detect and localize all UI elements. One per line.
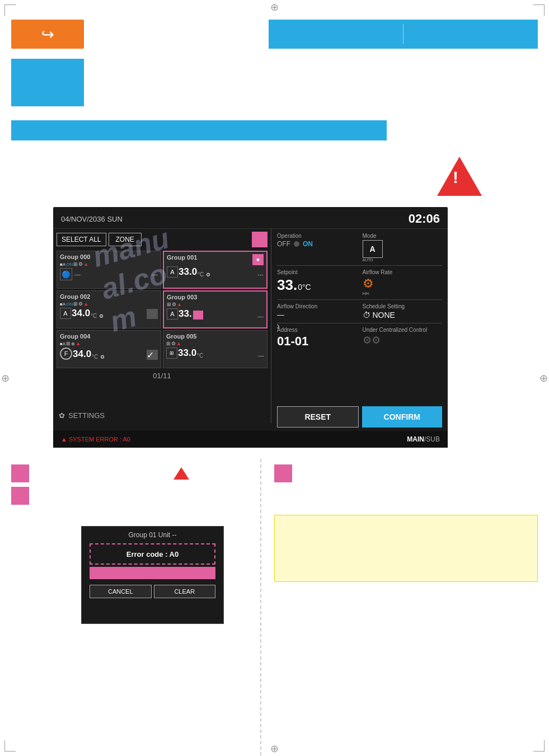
group-002-temp: 34.0 xyxy=(72,308,90,319)
group-003-extra: — xyxy=(257,313,264,320)
airflow-direction-section: Airflow Direction — xyxy=(277,303,357,320)
group-cell-005[interactable]: Group 005 ⊞ ⚙ ▲ ⊞ 33.0 °C — xyxy=(163,330,268,368)
corner-mark-tl xyxy=(4,4,16,16)
crosshair-left: ⊕ xyxy=(1,372,10,384)
mode-value-box[interactable]: A AUTO xyxy=(363,240,443,262)
settings-icon: ✿ xyxy=(59,411,65,420)
group-004-name: Group 004 xyxy=(60,333,158,340)
group-000-temp: — xyxy=(74,271,81,278)
crosshair-bottom: ⊕ xyxy=(270,743,279,755)
group-cell-000[interactable]: Group 000 ■A ON ⊞ ⚙ ▲ 🔵 — — xyxy=(57,251,161,289)
title-bar xyxy=(11,120,387,140)
group-001-temp: 33.0 xyxy=(179,266,197,278)
schedule-value-row: ⏱ NONE xyxy=(363,311,443,320)
group-cell-004[interactable]: Group 004 ■A ⊞ ◆ ▲ F 34.0 °C ⚙ ✓ xyxy=(57,330,161,368)
group-005-status-row: ⊞ ⚙ ▲ xyxy=(166,341,264,346)
airflow-rate-sub: HH xyxy=(363,291,443,296)
group-005-extra: — xyxy=(258,352,264,359)
address-label: Address xyxy=(277,327,357,333)
bottom-pink-square-2 xyxy=(11,487,29,505)
group-001-name: Group 001 xyxy=(167,254,197,261)
select-all-button[interactable]: SELECT ALL xyxy=(57,233,106,246)
left-blue-rect xyxy=(11,59,84,106)
centralized-label: Under Centralized Control xyxy=(363,327,443,333)
group-grid: Group 000 ■A ON ⊞ ⚙ ▲ 🔵 — — Group 001 xyxy=(57,251,268,368)
group-005-name: Group 005 xyxy=(166,333,264,340)
group-000-sub-row: 🔵 — — xyxy=(60,268,158,280)
bottom-warning-triangle-icon xyxy=(173,467,189,480)
error-popup-buttons: CANCEL CLEAR xyxy=(82,581,223,602)
schedule-section: Schedule Setting ⏱ NONE xyxy=(363,303,443,320)
group-004-status-row: ■A ⊞ ◆ ▲ xyxy=(60,341,158,346)
corner-mark-tr xyxy=(533,4,545,16)
setpoint-label: Setpoint xyxy=(277,269,357,275)
group-005-mode-icon: ⊞ xyxy=(166,348,177,359)
group-cell-003[interactable]: Group 003 ⊞ ⚙ ▲ A 33. — xyxy=(163,290,268,328)
sub-text: /SUB xyxy=(424,435,440,443)
address-section: Address 01-01 xyxy=(277,327,357,349)
main-sub-text: MAIN/SUB xyxy=(407,435,440,443)
group-004-gear-icon: ⚙ xyxy=(100,354,105,360)
group-004-temp: 34.0 xyxy=(73,349,91,360)
operation-label: Operation xyxy=(277,233,357,239)
schedule-value: NONE xyxy=(373,311,395,320)
display-time: 02:06 xyxy=(409,212,440,226)
centralized-section: Under Centralized Control ⚙⚙ xyxy=(363,327,443,349)
group-000-mode-icon: 🔵 xyxy=(60,268,72,280)
group-005-temp-row: ⊞ 33.0 °C — xyxy=(166,348,264,359)
back-arrow-icon: ↩ xyxy=(41,25,54,44)
group-005-temp: 33.0 xyxy=(178,348,196,359)
mode-section: Mode A AUTO xyxy=(363,233,443,262)
confirm-button[interactable]: CONFIRM xyxy=(362,406,443,428)
divider-3 xyxy=(277,323,442,323)
crosshair-right: ⊕ xyxy=(539,372,548,384)
group-002-name: Group 002 xyxy=(60,293,158,300)
airflow-rate-section: Airflow Rate ⚙ HH xyxy=(363,269,443,296)
group-002-temp-row: A 34.0 °C ⚙ xyxy=(60,308,158,319)
group-001-temp-unit: °C xyxy=(198,271,204,278)
group-003-name: Group 003 xyxy=(167,294,264,300)
bottom-pink-square-3 xyxy=(274,464,292,482)
group-004-temp-unit: °C xyxy=(92,354,98,360)
group-003-mode-box: A xyxy=(167,308,178,320)
corner-mark-br xyxy=(533,740,545,752)
centralized-icon: ⚙⚙ xyxy=(363,334,443,346)
operation-toggle[interactable]: OFF ON xyxy=(277,240,357,248)
corner-mark-bl xyxy=(4,740,16,752)
op-on-label: ON xyxy=(303,240,313,248)
group-004-temp-row: F 34.0 °C ⚙ ✓ xyxy=(60,348,158,360)
group-000-status-row: ■A ON ⊞ ⚙ ▲ xyxy=(60,261,158,267)
device-display: 04/NOV/2036 SUN 02:06 SELECT ALL ZONE Gr… xyxy=(53,207,448,448)
setpoint-section: Setpoint 33. 0°C xyxy=(277,269,357,296)
reset-button[interactable]: RESET xyxy=(277,406,359,428)
schedule-label: Schedule Setting xyxy=(363,303,443,309)
error-popup-title: Group 01 Unit -- xyxy=(82,527,223,541)
group-001-gear-icon: ⚙ xyxy=(206,272,210,278)
group-003-status-row: ⊞ ⚙ ▲ xyxy=(167,302,264,307)
group-cell-002[interactable]: Group 002 ■A ON ⊞ ⚙ ▲ A 34.0 °C ⚙ xyxy=(57,290,161,328)
zone-button[interactable]: ZONE xyxy=(109,233,142,246)
back-button[interactable]: ↩ xyxy=(11,20,84,49)
error-cancel-button[interactable]: CANCEL xyxy=(90,585,152,598)
settings-row[interactable]: ✿ SETTINGS xyxy=(59,411,105,420)
address-value: 01-01 xyxy=(277,334,357,349)
bottom-buttons-row: RESET CONFIRM xyxy=(271,406,448,428)
main-text: MAIN xyxy=(407,435,424,443)
setpoint-value-row: 33. 0°C xyxy=(277,276,357,294)
group-cell-001[interactable]: Group 001 ■ A 33.0 °C ⚙ --- xyxy=(163,251,268,289)
op-dot xyxy=(294,241,299,247)
mode-label: Mode xyxy=(363,233,443,239)
dashed-divider-line xyxy=(260,459,261,755)
group-001-mode-box: A xyxy=(167,266,178,278)
group-004-mode-icon: F xyxy=(60,348,72,360)
group-002-status-row: ■A ON ⊞ ⚙ ▲ xyxy=(60,301,158,307)
error-clear-button[interactable]: CLEAR xyxy=(154,585,216,598)
display-status-bar: ▲ SYSTEM ERROR : A0 MAIN/SUB xyxy=(53,431,448,448)
bottom-pink-square-1 xyxy=(11,464,29,482)
group-005-temp-unit: °C xyxy=(197,353,203,359)
group-003-temp-row: A 33. — xyxy=(167,308,264,320)
airflow-direction-label: Airflow Direction xyxy=(277,303,357,309)
airflow-direction-value: — xyxy=(277,311,357,319)
settings-label: SETTINGS xyxy=(68,411,105,420)
crosshair-top: ⊕ xyxy=(270,1,279,13)
